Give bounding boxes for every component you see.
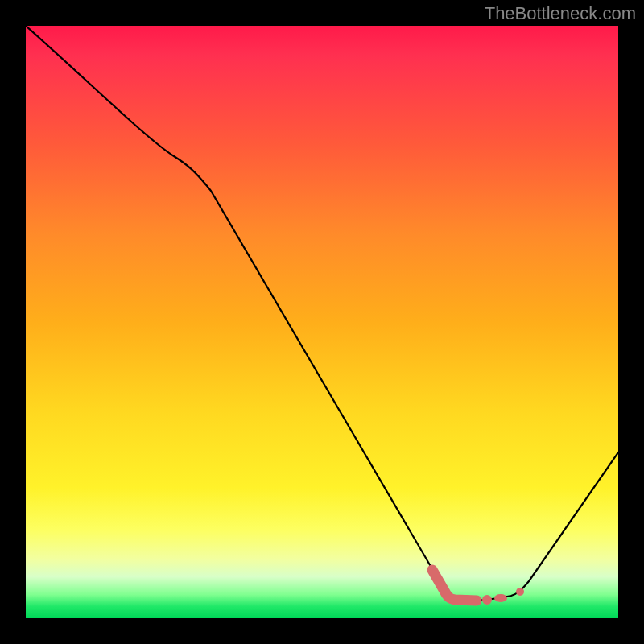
plot-area [26, 26, 618, 618]
highlight-dot [516, 588, 524, 596]
highlight-dot [494, 594, 507, 602]
bottleneck-curve-line [26, 26, 618, 601]
highlight-dot [482, 595, 492, 605]
chart-container: TheBottleneck.com [0, 0, 644, 644]
highlight-segment [432, 570, 477, 601]
chart-svg [26, 26, 618, 618]
watermark-text: TheBottleneck.com [485, 3, 636, 24]
